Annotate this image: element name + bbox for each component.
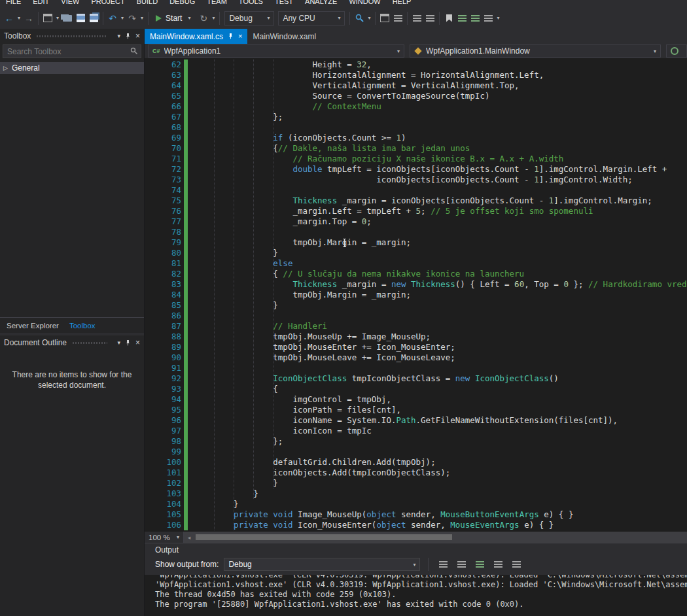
solution-platform-dropdown[interactable]: Any CPU ▾ bbox=[278, 11, 345, 26]
horizontal-scrollbar[interactable]: ◂ bbox=[184, 532, 687, 543]
code-line[interactable]: 87 // Handleri bbox=[145, 321, 687, 332]
outdent-button[interactable] bbox=[423, 10, 436, 26]
search-icon[interactable] bbox=[130, 47, 138, 57]
code-line[interactable]: 91 bbox=[145, 363, 687, 373]
redo-button[interactable]: ↷ bbox=[126, 10, 139, 26]
code-line[interactable]: 66 // ContextMenu bbox=[145, 101, 687, 112]
prev-bookmark-button[interactable] bbox=[455, 10, 468, 26]
pin-icon[interactable] bbox=[125, 33, 131, 39]
menu-item-edit[interactable]: EDIT bbox=[27, 0, 55, 7]
new-window-button[interactable] bbox=[41, 10, 54, 26]
tab-mainwindow-xaml[interactable]: MainWindow.xaml bbox=[247, 29, 321, 44]
code-line[interactable]: 76 _margin.Left = tmpLeft + 5; // 5 je o… bbox=[145, 206, 687, 216]
chevron-down-icon[interactable]: ▾ bbox=[54, 15, 61, 21]
solution-config-dropdown[interactable]: Debug ▾ bbox=[224, 11, 274, 26]
code-line[interactable]: 80 } bbox=[145, 248, 687, 258]
menu-item-file[interactable]: FILE bbox=[0, 0, 27, 7]
code-line[interactable]: 65 Source = ConvertToImageSource(tmpIc) bbox=[145, 91, 687, 101]
member-dropdown[interactable]: Conver bbox=[666, 44, 687, 58]
code-line[interactable]: 89 tmpObj.MouseEnter += Icon_MouseEnter; bbox=[145, 342, 687, 352]
code-line[interactable]: 90 tmpObj.MouseLeave += Icon_MouseLeave; bbox=[145, 352, 687, 363]
next-bookmark-button[interactable] bbox=[468, 10, 482, 26]
menu-item-build[interactable]: BUILD bbox=[131, 0, 164, 7]
code-line[interactable]: 101 iconObjects.Add(tmpIconObjectClass); bbox=[145, 468, 687, 478]
code-line[interactable]: 86 bbox=[145, 311, 687, 321]
code-line[interactable]: 88 tmpObj.MouseUp += Image_MouseUp; bbox=[145, 332, 687, 342]
menu-item-test[interactable]: TEST bbox=[269, 0, 299, 7]
close-icon[interactable]: × bbox=[135, 338, 140, 347]
undo-button[interactable]: ↶ bbox=[106, 10, 119, 26]
code-line[interactable]: 79 tmpObj.Margin = _margin; bbox=[145, 237, 687, 248]
chevron-down-icon[interactable]: ▾ bbox=[139, 15, 145, 21]
code-line[interactable]: 103 } bbox=[145, 488, 687, 499]
window-position-icon[interactable]: ▾ bbox=[117, 339, 120, 346]
document-outline-header[interactable]: Document Outline ▾ × bbox=[0, 335, 144, 350]
clear-all-button[interactable] bbox=[473, 556, 486, 572]
code-line[interactable]: 69 if (iconObjects.Count >= 1) bbox=[145, 133, 687, 143]
code-line[interactable]: 62 Height = 32, bbox=[145, 60, 687, 70]
code-line[interactable]: 96 iconName = System.IO.Path.GetFileName… bbox=[145, 415, 687, 426]
code-line[interactable]: 63 HorizontalAlignment = HorizontalAlign… bbox=[145, 70, 687, 80]
word-wrap-button[interactable] bbox=[491, 556, 504, 572]
save-all-button[interactable] bbox=[87, 10, 100, 26]
chevron-down-icon[interactable]: ▾ bbox=[366, 15, 372, 21]
pin-icon[interactable] bbox=[125, 339, 131, 346]
chevron-down-icon[interactable]: ▾ bbox=[495, 15, 501, 21]
menu-item-debug[interactable]: DEBUG bbox=[164, 0, 201, 7]
code-line[interactable]: 83 Thickness _margin = new Thickness() {… bbox=[145, 279, 687, 290]
code-line[interactable]: 100 defaultGrid.Children.Add(tmpObj); bbox=[145, 457, 687, 468]
code-line[interactable]: 74 bbox=[145, 185, 687, 196]
code-line[interactable]: 82 { // U slučaju da nema nikakve ikonic… bbox=[145, 269, 687, 279]
code-line[interactable]: 95 iconPath = files[cnt], bbox=[145, 405, 687, 415]
scrollbar-track[interactable] bbox=[194, 532, 687, 543]
pin-output-button[interactable] bbox=[510, 556, 523, 572]
solution-explorer-button[interactable] bbox=[378, 10, 391, 26]
toolbox-category-general[interactable]: ▷ General bbox=[0, 62, 144, 74]
code-line[interactable]: 78 bbox=[145, 227, 687, 237]
code-line[interactable]: 84 tmpObj.Margin = _margin; bbox=[145, 290, 687, 300]
code-line[interactable]: 102 } bbox=[145, 478, 687, 488]
properties-button[interactable] bbox=[391, 10, 404, 26]
refresh-button[interactable]: ↻ bbox=[197, 10, 210, 26]
chevron-down-icon[interactable]: ▾ bbox=[119, 15, 126, 21]
code-line[interactable]: 75 Thickness _margin = iconObjects[iconO… bbox=[145, 196, 687, 206]
open-file-button[interactable] bbox=[61, 10, 74, 26]
menu-item-help[interactable]: HELP bbox=[387, 0, 417, 7]
output-text-area[interactable]: 'WpfApplication1.vshost.exe' (CLR v4.0.3… bbox=[145, 575, 687, 616]
nav-back-button[interactable]: ← bbox=[3, 10, 16, 26]
code-editor[interactable]: 62 Height = 32,63 HorizontalAlignment = … bbox=[145, 58, 687, 532]
window-position-icon[interactable]: ▾ bbox=[117, 33, 120, 39]
menu-item-project[interactable]: PROJECT bbox=[85, 0, 130, 7]
scrollbar-thumb[interactable] bbox=[196, 534, 452, 540]
code-line[interactable]: 98 }; bbox=[145, 436, 687, 447]
toolbox-search-input[interactable] bbox=[3, 44, 141, 58]
chevron-down-icon[interactable]: ▾ bbox=[16, 15, 22, 21]
tab-toolbox[interactable]: Toolbox bbox=[64, 319, 101, 332]
menu-item-tools[interactable]: TOOLS bbox=[233, 0, 269, 7]
goto-next-message-button[interactable] bbox=[455, 556, 468, 572]
menu-item-team[interactable]: TEAM bbox=[201, 0, 233, 7]
clear-bookmarks-button[interactable] bbox=[482, 10, 495, 26]
class-dropdown[interactable]: WpfApplication1.MainWindow ▾ bbox=[410, 44, 661, 58]
code-line[interactable]: 94 imgControl = tmpObj, bbox=[145, 394, 687, 405]
start-debug-button[interactable]: Start ▾ bbox=[151, 10, 197, 26]
code-line[interactable]: 77 _margin.Top = 0; bbox=[145, 216, 687, 227]
menu-item-window[interactable]: WINDOW bbox=[343, 0, 386, 7]
code-line[interactable]: 92 IconObjectClass tmpIconObjectClass = … bbox=[145, 373, 687, 384]
code-line[interactable]: 99 bbox=[145, 447, 687, 457]
code-line[interactable]: 93 { bbox=[145, 384, 687, 394]
toolbox-panel-header[interactable]: Toolbox ▾ × bbox=[0, 29, 144, 43]
project-dropdown[interactable]: C# WpfApplication1 ▾ bbox=[148, 44, 404, 58]
menu-item-analyze[interactable]: ANALYZE bbox=[299, 0, 343, 7]
indent-button[interactable] bbox=[410, 10, 423, 26]
code-line[interactable]: 64 VerticalAlignment = VerticalAlignment… bbox=[145, 80, 687, 91]
close-icon[interactable]: × bbox=[238, 33, 242, 40]
save-button[interactable] bbox=[74, 10, 87, 26]
scroll-left-arrow[interactable]: ◂ bbox=[184, 534, 194, 541]
code-line[interactable]: 70 {// Dakle, naša lista ima bar jedan u… bbox=[145, 143, 687, 154]
code-line[interactable]: 81 else bbox=[145, 258, 687, 269]
code-line[interactable]: 105 private void Image_MouseUp(object se… bbox=[145, 509, 687, 520]
find-button[interactable] bbox=[353, 10, 366, 26]
code-line[interactable]: 71 // Računamo poziciju X naše ikonice B… bbox=[145, 154, 687, 164]
zoom-control[interactable]: 100 % ▾ bbox=[145, 532, 184, 543]
